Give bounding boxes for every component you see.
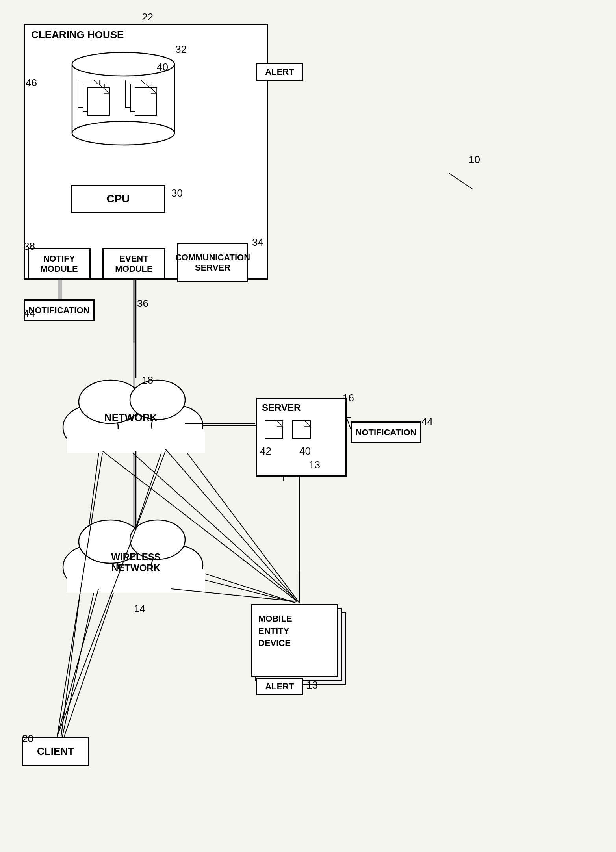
mobile-device-label: MOBILEENTITYDEVICE — [258, 613, 292, 649]
svg-line-13 — [59, 571, 98, 752]
mobile-device-box: MOBILEENTITYDEVICE — [251, 604, 338, 677]
wireless-network-label: WIRELESS NETWORK — [91, 551, 181, 574]
ref-10: 10 — [469, 154, 480, 166]
alert-label-server: ALERT — [265, 67, 294, 77]
ref-14: 14 — [134, 603, 145, 615]
event-module-box: EVENTMODULE — [102, 248, 165, 280]
ref-42: 42 — [260, 445, 271, 457]
ref-46: 46 — [26, 77, 37, 89]
alert-box-mobile: ALERT — [256, 678, 303, 695]
svg-line-16 — [59, 429, 169, 752]
cpu-label: CPU — [106, 193, 130, 205]
svg-line-56 — [57, 451, 165, 737]
ref-44-left: 44 — [24, 307, 35, 319]
ref-40-server: 40 — [299, 445, 311, 457]
svg-line-54 — [57, 589, 98, 737]
client-label: CLIENT — [37, 745, 74, 757]
alert-box-server: ALERT — [256, 63, 303, 81]
ref-30: 30 — [171, 187, 183, 199]
notification-box-right: NOTIFICATION — [351, 421, 421, 443]
ref-20: 20 — [22, 733, 33, 745]
svg-point-63 — [72, 121, 174, 145]
notification-label-right: NOTIFICATION — [356, 427, 417, 438]
comm-server-label: COMMUNICATIONSERVER — [175, 252, 250, 273]
event-module-label: EVENTMODULE — [115, 254, 152, 275]
ref-32: 32 — [175, 43, 187, 56]
network-label: NETWORK — [104, 412, 157, 424]
svg-line-17 — [347, 418, 351, 429]
notify-module-box: NOTIFYMODULE — [28, 248, 91, 280]
notify-module-label: NOTIFYMODULE — [40, 254, 78, 275]
ref-38: 38 — [24, 240, 35, 252]
svg-line-11 — [59, 425, 102, 752]
ref-16: 16 — [343, 392, 354, 404]
ref-18: 18 — [142, 374, 153, 386]
server-box: SERVER — [256, 398, 347, 477]
clearing-house-label: CLEARING HOUSE — [31, 29, 124, 41]
ref-13-mobile: 13 — [306, 679, 318, 691]
svg-line-53 — [57, 453, 102, 737]
server-label: SERVER — [262, 402, 301, 413]
ref-40-db: 40 — [157, 61, 168, 73]
ref-13-server: 13 — [309, 459, 320, 471]
svg-line-14 — [169, 571, 295, 603]
alert-label-mobile: ALERT — [265, 681, 294, 692]
comm-server-box: COMMUNICATIONSERVER — [177, 243, 248, 282]
svg-point-23 — [152, 406, 203, 445]
svg-line-55 — [171, 589, 297, 601]
clearing-house-box: CLEARING HOUSE — [24, 24, 268, 280]
svg-line-19 — [197, 571, 295, 603]
ref-44-right: 44 — [421, 416, 433, 428]
ref-22: 22 — [142, 11, 153, 23]
cpu-box: CPU — [71, 185, 165, 213]
ref-34: 34 — [252, 236, 263, 249]
svg-line-0 — [449, 173, 473, 189]
svg-rect-26 — [67, 429, 205, 453]
notification-label-left: NOTIFICATION — [29, 305, 90, 316]
ref-36: 36 — [137, 297, 148, 310]
